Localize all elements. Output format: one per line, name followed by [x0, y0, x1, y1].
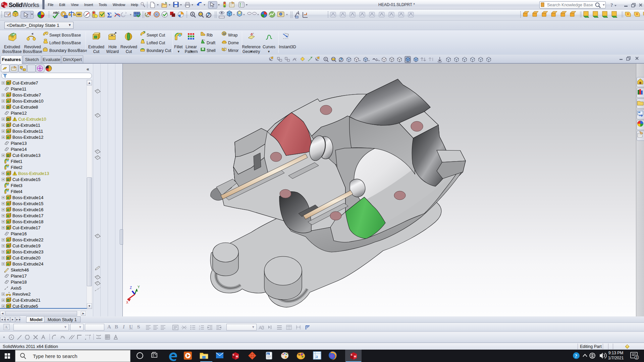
svg-text:?: ?	[610, 2, 613, 8]
svg-text:a: a	[316, 354, 318, 359]
svg-text:2: 2	[199, 327, 201, 330]
svg-text:W: W	[5, 5, 7, 8]
svg-text:ABC: ABC	[53, 11, 60, 14]
svg-text:txt: txt	[223, 33, 226, 35]
svg-text:W: W	[236, 355, 238, 358]
svg-text:Σ: Σ	[107, 11, 112, 19]
svg-text:Search Knowledge Base: Search Knowledge Base	[547, 3, 593, 7]
svg-text:*: *	[253, 32, 254, 35]
svg-text:Y: Y	[138, 285, 140, 289]
svg-text:3: 3	[636, 356, 638, 359]
svg-text:X: X	[126, 301, 128, 304]
svg-text:W: W	[354, 355, 357, 358]
svg-text:SolidWorks: SolidWorks	[9, 2, 39, 8]
svg-text:S: S	[351, 353, 353, 356]
svg-text:A: A	[5, 325, 8, 329]
svg-text:S: S	[2, 3, 4, 6]
svg-text:Z: Z	[130, 286, 132, 290]
svg-text:?: ?	[575, 353, 578, 359]
svg-text:A: A	[267, 353, 269, 355]
svg-text:S: S	[233, 353, 234, 356]
